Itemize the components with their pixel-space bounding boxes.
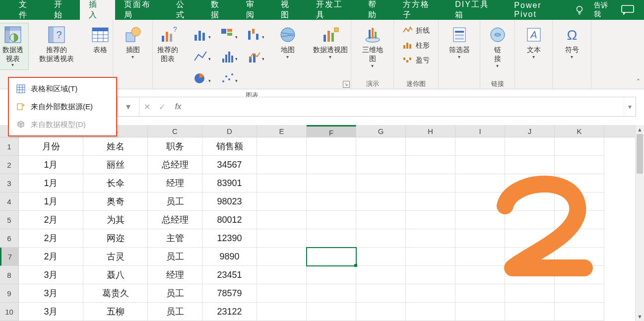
col-header[interactable]: C — [148, 125, 202, 137]
formula-input[interactable] — [187, 97, 624, 116]
cell[interactable]: 9890 — [202, 248, 257, 266]
row-header[interactable]: 4 — [0, 193, 18, 211]
cell[interactable] — [257, 303, 307, 321]
cell[interactable]: 姓名 — [83, 137, 148, 156]
cell[interactable] — [455, 193, 505, 211]
vertical-scrollbar[interactable]: ▲ ▼ — [635, 125, 644, 321]
cell[interactable]: 总经理 — [148, 156, 202, 174]
tab-view[interactable]: 视图 — [272, 0, 307, 20]
column-chart-button[interactable]: ▾ — [190, 25, 214, 45]
cell[interactable]: 98023 — [202, 193, 257, 211]
cell[interactable] — [257, 266, 307, 284]
cell[interactable]: 职务 — [148, 137, 202, 156]
cell[interactable]: 经理 — [148, 266, 202, 284]
pie-chart-button[interactable]: ▾ — [190, 68, 214, 88]
cell[interactable] — [356, 284, 406, 303]
row-header[interactable]: 2 — [0, 156, 18, 174]
tab-review[interactable]: 审阅 — [237, 0, 272, 20]
cell[interactable]: 丽丝 — [83, 156, 148, 174]
map-button[interactable]: 地图 ▾ — [272, 23, 304, 62]
cell[interactable] — [505, 229, 555, 248]
cell[interactable] — [555, 193, 604, 211]
tab-insert[interactable]: 插入 — [80, 0, 115, 20]
cell[interactable] — [406, 266, 455, 284]
cell[interactable]: 83901 — [202, 174, 257, 193]
scroll-up-button[interactable]: ▲ — [636, 125, 644, 134]
cell[interactable] — [505, 174, 555, 193]
cell[interactable]: 员工 — [148, 284, 202, 303]
scroll-track[interactable] — [636, 134, 644, 312]
cell[interactable] — [406, 284, 455, 303]
cell[interactable] — [555, 284, 604, 303]
cell[interactable] — [455, 174, 505, 193]
cell[interactable] — [406, 229, 455, 248]
scroll-down-button[interactable]: ▼ — [636, 312, 644, 321]
statistic-chart-button[interactable]: ▾ — [216, 47, 241, 66]
cell[interactable]: 员工 — [148, 303, 202, 321]
tellme-label[interactable]: 告诉我 — [594, 1, 612, 19]
cell[interactable] — [555, 303, 604, 321]
sparkline-winloss-button[interactable]: 盈亏 — [403, 55, 430, 66]
pivot-from-range[interactable]: 表格和区域(T) — [9, 80, 116, 98]
cell[interactable] — [406, 248, 455, 266]
cell[interactable] — [406, 193, 455, 211]
cell[interactable] — [307, 248, 356, 266]
cell[interactable]: 2月 — [19, 211, 83, 229]
tab-diy[interactable]: DIY工具箱 — [446, 0, 505, 20]
cell[interactable] — [307, 303, 356, 321]
pivot-table-button[interactable]: 数据透 视表 ▾ — [0, 23, 29, 70]
cell[interactable]: 78579 — [202, 284, 257, 303]
cell[interactable] — [555, 266, 604, 284]
hierarchy-chart-button[interactable]: ▾ — [216, 25, 241, 45]
cell[interactable] — [455, 156, 505, 174]
cell[interactable]: 聂八 — [83, 266, 148, 284]
cell[interactable] — [307, 211, 356, 229]
cell[interactable] — [455, 211, 505, 229]
sparkline-line-button[interactable]: 折线 — [403, 25, 430, 37]
fx-button[interactable]: fx — [169, 102, 187, 111]
cell[interactable]: 1月 — [19, 193, 83, 211]
cell[interactable]: 3月 — [19, 303, 83, 321]
cell[interactable]: 34567 — [202, 156, 257, 174]
row-header[interactable]: 10 — [0, 303, 18, 321]
text-button[interactable]: A 文本 ▾ — [518, 23, 550, 62]
cell[interactable]: 经理 — [148, 174, 202, 193]
cell[interactable] — [406, 303, 455, 321]
row-header[interactable]: 6 — [0, 229, 18, 248]
cell[interactable] — [257, 211, 307, 229]
row-header[interactable]: 7 — [0, 248, 18, 266]
link-button[interactable]: 链 接 ▾ — [482, 23, 514, 71]
scatter-chart-button[interactable]: ▾ — [216, 68, 241, 88]
cell[interactable]: 五柳 — [83, 303, 148, 321]
row-header[interactable]: 5 — [0, 211, 18, 229]
col-header[interactable]: K — [555, 125, 604, 137]
grid[interactable]: A B C D E F G H I J K 月份 姓名 职务 销售额 1 — [19, 125, 644, 321]
row-header[interactable]: 1 — [0, 137, 18, 156]
comments-icon[interactable] — [621, 5, 634, 15]
cell[interactable] — [307, 174, 356, 193]
tab-file[interactable]: 文件 — [10, 0, 45, 20]
cell[interactable]: 长伞 — [83, 174, 148, 193]
pivot-chart-button[interactable]: 数据透视图 ▾ — [307, 23, 354, 62]
cell[interactable] — [307, 229, 356, 248]
cell[interactable] — [307, 284, 356, 303]
cell[interactable] — [505, 193, 555, 211]
cell[interactable]: 销售额 — [202, 137, 257, 156]
cell[interactable]: 为其 — [83, 211, 148, 229]
cell[interactable] — [505, 284, 555, 303]
cell[interactable] — [505, 266, 555, 284]
3dmap-button[interactable]: 三维地 图 ▾ — [357, 23, 388, 71]
scroll-thumb[interactable] — [637, 134, 643, 174]
tab-formulas[interactable]: 公式 — [167, 0, 202, 20]
cell[interactable]: 1月 — [19, 156, 83, 174]
cell[interactable]: 23122 — [202, 303, 257, 321]
sparkline-column-button[interactable]: 柱形 — [403, 40, 430, 52]
cell[interactable] — [505, 156, 555, 174]
cell[interactable] — [257, 229, 307, 248]
cell[interactable] — [455, 266, 505, 284]
illustrations-button[interactable]: 插图 ▾ — [117, 23, 149, 62]
tab-dev[interactable]: 开发工具 — [307, 0, 359, 20]
cell[interactable]: 12390 — [202, 229, 257, 248]
col-header[interactable]: I — [455, 125, 505, 137]
cell[interactable]: 古灵 — [83, 248, 148, 266]
